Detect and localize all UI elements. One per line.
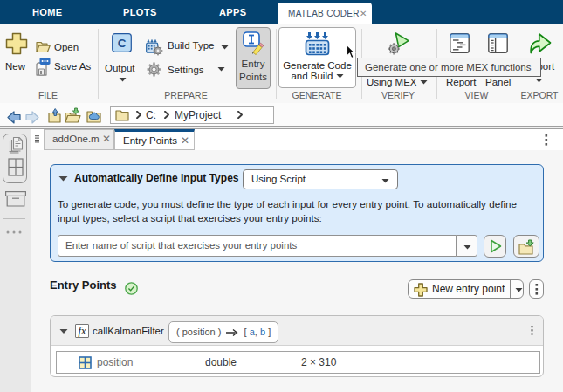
svg-text:C: C <box>118 37 127 50</box>
